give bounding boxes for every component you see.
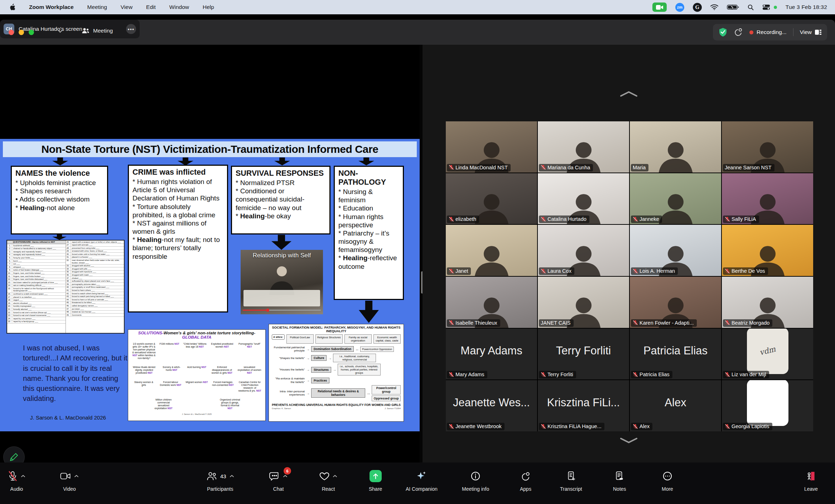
menu-item-meeting[interactable]: Meeting (87, 4, 107, 10)
solutions-label: "Child brides" Millions less age 18 NST (183, 343, 207, 360)
participant-tile[interactable]: Mariana da Cunha (538, 121, 629, 173)
questionnaire-row: 44.forced to harm or kill pets or animal… (66, 298, 124, 301)
security-shield-icon[interactable] (719, 28, 727, 37)
participant-tile[interactable]: Karen Fowler - Adapti... (630, 277, 721, 328)
info-button[interactable]: Meeting info (462, 469, 489, 492)
audio-button[interactable]: Audio (8, 469, 25, 492)
participant-tile[interactable]: Lois A. Herman (630, 225, 721, 276)
participant-tile[interactable]: AlexAlex (630, 380, 721, 431)
participant-tile[interactable]: Georgia Lapiotis (722, 380, 813, 431)
battery-charging-icon[interactable] (727, 4, 739, 10)
participant-name-label: Janneke (631, 215, 662, 223)
apps-button[interactable]: Apps (520, 469, 531, 492)
questionnaire-number: 7. (7, 263, 12, 265)
leave-button[interactable]: Leave (804, 469, 818, 492)
participant-tile[interactable]: Jeanne Sarson NST (722, 121, 813, 173)
ai-button[interactable]: AI Companion (406, 469, 438, 492)
tab-meeting[interactable]: Meeting (82, 28, 113, 34)
tab-options-button[interactable]: ••• (126, 24, 136, 34)
participant-tile[interactable]: Terry ForlitiTerry Forliti (538, 329, 629, 380)
solutions-credit: J. Sarson & L. MacDonald © 2025 (130, 413, 263, 415)
grammarly-icon[interactable]: G (693, 3, 702, 12)
chevron-up-icon[interactable] (74, 475, 79, 478)
participant-tile[interactable]: Janet (446, 225, 537, 276)
menu-clock[interactable]: Tue 3 Feb 18:32 (786, 4, 827, 10)
share-icon (370, 470, 382, 482)
column-bullet: * NST against millions of women & girls (132, 219, 223, 236)
video-button[interactable]: Video (60, 469, 79, 492)
questionnaire-row: 7.cut ___ (7, 263, 66, 266)
participant-tile[interactable]: Janneke (630, 173, 721, 224)
spotlight-search-icon[interactable] (748, 4, 754, 10)
slide-title: Non-State Torture (NST) Victimization-Tr… (3, 141, 417, 157)
menu-item-help[interactable]: Help (203, 4, 214, 10)
avatar: vdm (747, 329, 788, 374)
questionnaire-number: 28. (66, 247, 71, 249)
gallery-scroll-down-button[interactable] (619, 437, 638, 444)
close-window-button[interactable] (9, 30, 14, 35)
audio-label: Audio (10, 486, 23, 492)
participant-tile[interactable]: elizabeth (446, 173, 537, 224)
chevron-up-icon[interactable] (333, 475, 337, 478)
zoom-window-button[interactable] (29, 30, 34, 35)
questionnaire-number: 17. (7, 296, 12, 299)
participant-tile[interactable]: vdmLiz van der Mijl (722, 329, 813, 380)
participant-tile[interactable]: Sally FiLiA (722, 173, 813, 224)
participant-tile[interactable]: Krisztina FiLi...Krisztina FiLiA Hague..… (538, 380, 629, 431)
zoom-menubar-icon[interactable]: zm (675, 3, 684, 12)
camera-active-icon[interactable] (652, 3, 667, 12)
participant-tile[interactable]: Linda MacDonald NST (446, 121, 537, 173)
share-icon-row (370, 469, 382, 483)
participant-tile[interactable]: Isabelle Thieuleux (446, 277, 537, 328)
gallery-scroll-up-button[interactable] (619, 91, 638, 97)
questionnaire-row: 34.drugged with pills ___ (66, 267, 124, 271)
wifi-icon[interactable] (710, 4, 718, 10)
menu-item-window[interactable]: Window (169, 4, 189, 10)
more-button[interactable]: More (662, 469, 673, 492)
menu-item-view[interactable]: View (121, 4, 132, 10)
participant-tile[interactable]: Beatriz Morgado (722, 277, 813, 328)
muted-mic-icon (449, 372, 454, 377)
questionnaire-item: raped by one person ___ (13, 318, 66, 320)
questionnaire-number: 43. (66, 295, 71, 298)
participant-tile[interactable]: Laura Cox (538, 225, 629, 276)
minimize-window-button[interactable] (19, 30, 24, 35)
chevron-up-icon[interactable] (230, 475, 234, 478)
react-button[interactable]: React (319, 469, 337, 492)
recording-indicator[interactable]: Recording... (749, 29, 787, 35)
transcript-button[interactable]: Transcript (560, 469, 582, 492)
participant-tile[interactable]: Maria (630, 121, 721, 173)
chat-icon (269, 471, 280, 481)
muted-mic-icon (449, 165, 454, 170)
questionnaire-number: 11. (7, 275, 12, 278)
control-center-icon[interactable] (762, 4, 770, 10)
chevron-down-icon[interactable] (57, 29, 63, 33)
participant-tile[interactable]: Catalina Hurtado (538, 173, 629, 224)
questionnaire-number: 18. (7, 299, 12, 301)
column-heading: NON-PATHOLOGY (338, 169, 399, 187)
participant-tile[interactable]: Jeanette Wes...Jeanette Westbrook (446, 380, 537, 431)
column-bullet: * Education (338, 204, 399, 212)
notes-button[interactable]: Notes (613, 469, 626, 492)
pip-circles-icon[interactable] (734, 28, 743, 37)
tab-shared-screen[interactable]: CH Catalina Hurtado's screen ••• (0, 20, 140, 38)
menu-app-name[interactable]: Zoom Workplace (29, 4, 74, 10)
participant-name: Linda MacDonald NST (455, 165, 508, 170)
apple-logo-icon[interactable] (9, 4, 15, 11)
share-button[interactable]: Share (369, 469, 382, 492)
status-green-dot (774, 6, 777, 9)
participant-tile[interactable]: Mary AdamsMary Adams (446, 329, 537, 380)
participant-name-label: Alex (631, 423, 652, 430)
column-bullet: * Patriarchy – it’s misogyny & femamisog… (338, 229, 399, 254)
chevron-up-icon[interactable] (21, 475, 25, 478)
participant-tile[interactable]: Patricia EliasPatricia Elias (630, 329, 721, 380)
questionnaire-row: 2.chained or handcuffed to a stationary … (7, 247, 66, 251)
menu-item-edit[interactable]: Edit (146, 4, 156, 10)
questionnaire-number: 22. (7, 311, 12, 314)
questionnaire-item: pornography pictures taken ___ (72, 283, 124, 286)
participant-tile[interactable]: Berthe De Vos (722, 225, 813, 276)
chat-button[interactable]: 6Chat (269, 469, 288, 492)
participants-button[interactable]: 43Participants (206, 469, 234, 492)
participant-tile[interactable]: JANET CAIS (538, 277, 629, 328)
view-button[interactable]: View (800, 29, 821, 35)
